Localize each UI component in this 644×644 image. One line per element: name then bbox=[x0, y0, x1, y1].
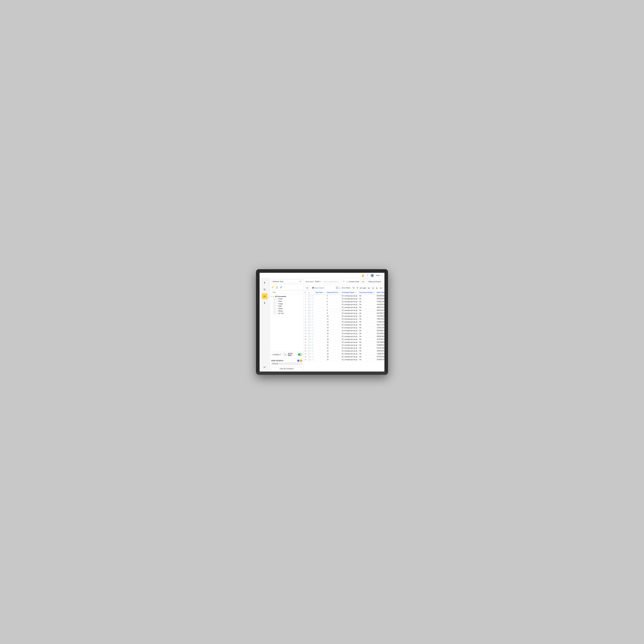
row-file-icon[interactable]: 📄 bbox=[312, 339, 313, 340]
row-edit-icon[interactable]: ✏ bbox=[310, 318, 311, 320]
row-file-icon[interactable]: 📄 bbox=[312, 298, 313, 300]
tree-item-native[interactable]: 📄 Native bbox=[274, 307, 302, 310]
row-edit-icon[interactable]: ✏ bbox=[310, 324, 311, 326]
condition-button[interactable]: Condition ▾ bbox=[271, 353, 282, 356]
custodian-filter-icon[interactable]: ▼ bbox=[355, 292, 356, 293]
row-file-icon[interactable]: 📄 bbox=[312, 327, 313, 329]
clear-all-conditions-button[interactable]: Clear All Conditions bbox=[271, 367, 302, 371]
row-edit-icon[interactable]: ✏ bbox=[310, 307, 311, 308]
folder-icon[interactable]: 📁 bbox=[271, 286, 274, 289]
select-all-checkbox[interactable] bbox=[308, 292, 310, 293]
row-file-icon[interactable]: 📄 bbox=[312, 313, 313, 314]
row-edit-icon[interactable]: ✏ bbox=[310, 295, 311, 297]
bell-icon[interactable]: 🔔 bbox=[361, 274, 364, 277]
row-file-icon[interactable]: 📄 bbox=[312, 350, 313, 352]
row-checkbox[interactable] bbox=[308, 298, 310, 300]
row-checkbox[interactable] bbox=[308, 301, 310, 303]
link-icon[interactable]: 🔗 bbox=[279, 286, 283, 289]
row-edit-icon[interactable]: ✏ bbox=[310, 333, 311, 334]
filter-input[interactable] bbox=[271, 291, 302, 294]
row-edit-icon[interactable]: ✏ bbox=[310, 301, 311, 303]
row-checkbox[interactable] bbox=[308, 321, 310, 323]
sidebar-upload-icon[interactable]: ⬆ bbox=[262, 280, 268, 286]
row-file-icon[interactable]: 📄 bbox=[312, 353, 313, 355]
save-search-button[interactable]: 💾 Save Search bbox=[311, 286, 325, 290]
row-checkbox[interactable] bbox=[308, 336, 310, 337]
tree-item-image[interactable]: 📄 Image bbox=[274, 303, 302, 305]
sidebar-tag-icon[interactable]: 🏷 bbox=[262, 293, 268, 299]
row-edit-icon[interactable]: ✏ bbox=[310, 304, 311, 305]
view-search-checkbox[interactable]: ✓ bbox=[297, 360, 299, 362]
row-checkbox[interactable] bbox=[308, 347, 310, 349]
row-file-icon[interactable]: 📄 bbox=[312, 336, 313, 337]
row-edit-icon[interactable]: ✏ bbox=[310, 339, 311, 340]
media-checkbox[interactable] bbox=[274, 310, 275, 312]
row-file-icon[interactable]: 📄 bbox=[312, 344, 313, 346]
first-page-button[interactable]: |◀ bbox=[367, 286, 370, 289]
row-edit-icon[interactable]: ✏ bbox=[310, 321, 311, 323]
row-checkbox[interactable] bbox=[308, 350, 310, 352]
row-checkbox[interactable] bbox=[308, 307, 310, 308]
row-checkbox[interactable] bbox=[308, 339, 310, 340]
sidebar-flow-icon[interactable]: ⇄ bbox=[262, 364, 268, 370]
search-small-button[interactable]: 🔍 bbox=[283, 353, 287, 356]
row-file-icon[interactable]: 📄 bbox=[312, 356, 313, 358]
row-checkbox[interactable] bbox=[308, 356, 310, 358]
row-checkbox[interactable] bbox=[308, 353, 310, 355]
advanced-search-button[interactable]: Advanced Search bbox=[367, 280, 383, 284]
row-file-icon[interactable]: 📄 bbox=[312, 315, 313, 317]
row-file-icon[interactable]: 📄 bbox=[312, 307, 313, 308]
tree-item-edoc[interactable]: 📄 Edoc bbox=[274, 300, 302, 303]
native-checkbox[interactable] bbox=[274, 308, 275, 309]
row-file-icon[interactable]: 📄 bbox=[312, 330, 313, 331]
sms-checkbox[interactable] bbox=[274, 305, 275, 307]
auto-run-toggle[interactable] bbox=[298, 353, 302, 356]
next-page-button[interactable]: ▶ bbox=[375, 286, 379, 289]
help-icon[interactable]: ? bbox=[366, 274, 369, 277]
row-checkbox[interactable] bbox=[308, 313, 310, 314]
row-checkbox[interactable] bbox=[308, 341, 310, 343]
view-dropdown[interactable]: Anthony View ▾ bbox=[271, 279, 302, 283]
sidebar-grid-icon[interactable]: ⊞ bbox=[262, 287, 268, 292]
row-edit-icon[interactable]: ✏ bbox=[310, 350, 311, 352]
image-checkbox[interactable] bbox=[274, 303, 275, 305]
tree-item-sms[interactable]: 📄 SMS bbox=[274, 305, 302, 307]
row-file-icon[interactable]: 📄 bbox=[312, 341, 313, 343]
sidebar-download-icon[interactable]: ⬇ bbox=[262, 300, 268, 306]
row-checkbox[interactable] bbox=[308, 330, 310, 331]
row-edit-icon[interactable]: ✏ bbox=[310, 347, 311, 349]
notext-checkbox[interactable] bbox=[274, 313, 275, 314]
tree-item-email[interactable]: 📄 Email bbox=[274, 298, 302, 300]
row-edit-icon[interactable]: ✏ bbox=[310, 310, 311, 311]
row-edit-icon[interactable]: ✏ bbox=[310, 344, 311, 346]
tree-item-notext[interactable]: 📄 No Text bbox=[274, 312, 302, 315]
prev-page-button[interactable]: ◀ bbox=[371, 286, 374, 289]
list-icon[interactable]: 📋 bbox=[275, 286, 279, 289]
row-file-icon[interactable]: 📄 bbox=[312, 347, 313, 349]
row-file-icon[interactable]: 📄 bbox=[312, 321, 313, 323]
row-edit-icon[interactable]: ✏ bbox=[310, 336, 311, 337]
row-checkbox[interactable] bbox=[308, 310, 310, 311]
row-checkbox[interactable] bbox=[308, 359, 310, 360]
search-placeholder[interactable]: Enter search terms bbox=[324, 281, 339, 283]
include-family-checkbox[interactable] bbox=[346, 281, 348, 283]
tag-color-filter-icon[interactable]: ▼ bbox=[323, 292, 325, 293]
row-file-icon[interactable]: 📄 bbox=[312, 333, 313, 334]
row-edit-icon[interactable]: ✏ bbox=[310, 313, 311, 314]
last-page-button[interactable]: ▶| bbox=[380, 286, 383, 289]
tag-dropdown-button[interactable]: 🏷▾ bbox=[360, 279, 365, 284]
row-checkbox[interactable] bbox=[308, 327, 310, 329]
row-file-icon[interactable]: 📄 bbox=[312, 310, 313, 311]
settings-gear-button[interactable]: ⚙ bbox=[305, 286, 309, 290]
row-checkbox[interactable] bbox=[308, 333, 310, 334]
row-checkbox[interactable] bbox=[308, 324, 310, 326]
file-id-filter-icon[interactable]: ▼ bbox=[338, 292, 340, 293]
row-checkbox[interactable] bbox=[308, 304, 310, 305]
doc-family-filter-icon[interactable]: ▼ bbox=[373, 292, 375, 293]
row-edit-icon[interactable]: ✏ bbox=[310, 356, 311, 358]
row-file-icon[interactable]: 📄 bbox=[312, 295, 313, 297]
row-edit-icon[interactable]: ✏ bbox=[310, 353, 311, 355]
row-file-icon[interactable]: 📄 bbox=[312, 301, 313, 303]
reset-search-icon[interactable]: ↺ bbox=[342, 280, 345, 283]
row-edit-icon[interactable]: ✏ bbox=[310, 315, 311, 317]
